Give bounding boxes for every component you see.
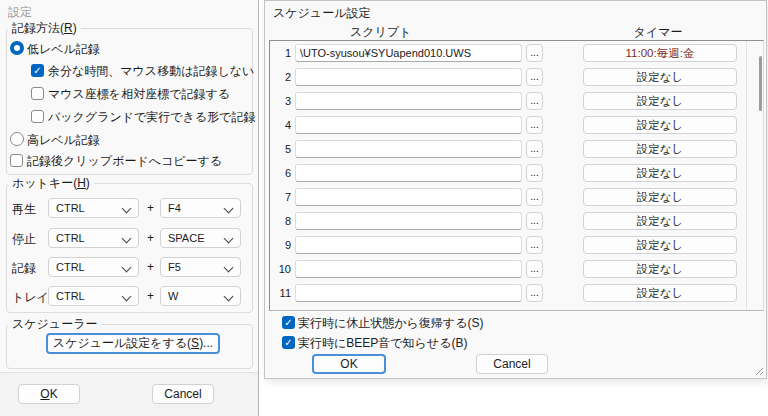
background-form-label[interactable]: バックグランドで実行できる形で記録 [48,110,255,124]
resume-from-suspend-label[interactable]: 実行時に休止状態から復帰する(S) [298,316,483,330]
timer-button[interactable]: 設定なし [583,164,737,182]
hotkey-group-label: ホットキー(H) [8,176,94,190]
timer-button[interactable]: 設定なし [583,188,737,206]
browse-button[interactable]: ... [526,44,543,62]
beep-notify-label[interactable]: 実行時にBEEP音で知らせる(B) [298,336,467,350]
play-modifier-select[interactable]: CTRL [48,198,139,218]
checkbox-copy-clipboard[interactable] [10,154,23,167]
browse-button[interactable]: ... [526,260,543,278]
chevron-down-icon [224,204,234,214]
hotkey-stop-label: 停止 [12,231,36,248]
low-level-recording-label[interactable]: 低レベル記録 [27,42,100,56]
browse-button[interactable]: ... [526,236,543,254]
no-extra-time-label[interactable]: 余分な時間、マウス移動は記録しない [48,64,254,78]
row-number: 11 [274,287,291,299]
checkbox-no-extra-time[interactable]: ✓ [31,64,44,77]
scrollbar-separator [746,41,747,310]
browse-button[interactable]: ... [526,68,543,86]
browse-button[interactable]: ... [526,164,543,182]
chevron-down-icon [224,292,234,302]
script-column-header: スクリプト [350,24,411,41]
timer-button[interactable]: 設定なし [583,260,737,278]
timer-column-header: タイマー [623,24,693,41]
schedule-row: 7 ... 設定なし [270,185,763,209]
radio-low-level-recording[interactable] [10,41,24,55]
checkbox-resume-from-suspend[interactable]: ✓ [282,316,295,329]
check-icon: ✓ [31,64,44,77]
tray-key-select[interactable]: W [160,286,241,306]
row-number: 1 [274,47,291,59]
schedule-row: 4 ... 設定なし [270,113,763,137]
browse-button[interactable]: ... [526,92,543,110]
script-input[interactable] [295,236,522,254]
timer-button[interactable]: 設定なし [583,284,737,302]
schedule-settings-button[interactable]: スケジュール設定をする(S)... [46,333,220,354]
script-input[interactable] [295,284,522,302]
timer-button[interactable]: 設定なし [583,140,737,158]
browse-button[interactable]: ... [526,284,543,302]
ok-button[interactable]: OK [312,354,386,374]
script-input[interactable] [295,68,522,86]
row-number: 7 [274,191,291,203]
stop-modifier-select[interactable]: CTRL [48,228,139,248]
cancel-button[interactable]: Cancel [152,384,214,404]
check-icon: ✓ [282,316,295,329]
script-input[interactable] [295,164,522,182]
chevron-down-icon [122,263,132,273]
ok-button[interactable]: OK [18,384,80,404]
relative-coords-label[interactable]: マウス座標を相対座標で記録する [48,87,230,101]
select-value: W [168,290,178,302]
chevron-down-icon [122,204,132,214]
script-input[interactable] [295,92,522,110]
script-input[interactable] [295,44,522,62]
record-key-select[interactable]: F5 [160,257,241,277]
select-value: CTRL [56,290,85,302]
record-modifier-select[interactable]: CTRL [48,257,139,277]
stop-key-select[interactable]: SPACE [160,228,241,248]
select-value: SPACE [168,232,204,244]
copy-clipboard-label[interactable]: 記録後クリップボードへコピーする [27,154,222,168]
cancel-button[interactable]: Cancel [476,354,548,374]
play-key-select[interactable]: F4 [160,198,241,218]
hotkey-play-label: 再生 [12,201,36,218]
row-number: 5 [274,143,291,155]
resize-grip-icon[interactable] [755,367,764,376]
select-value: CTRL [56,202,85,214]
browse-button[interactable]: ... [526,116,543,134]
schedule-row: 8 ... 設定なし [270,209,763,233]
script-input[interactable] [295,140,522,158]
high-level-recording-label[interactable]: 高レベル記録 [27,133,100,147]
chevron-down-icon [224,263,234,273]
checkbox-background-form[interactable] [31,110,44,123]
checkbox-beep-notify[interactable]: ✓ [282,336,295,349]
browse-button[interactable]: ... [526,140,543,158]
checkbox-relative-coords[interactable] [31,87,44,100]
script-input[interactable] [295,188,522,206]
timer-button[interactable]: 設定なし [583,212,737,230]
plus-label: + [147,289,154,303]
plus-label: + [147,201,154,215]
hotkey-tray-label: トレイ [12,289,49,306]
schedule-row: 2 ... 設定なし [270,65,763,89]
radio-high-level-recording[interactable] [10,132,24,146]
schedule-row: 3 ... 設定なし [270,89,763,113]
timer-button[interactable]: 11:00:毎週:金 [583,44,737,62]
settings-dialog: 設定 記録方法(R) 低レベル記録 ✓ 余分な時間、マウス移動は記録しない マウ… [0,0,259,416]
schedule-row: 9 ... 設定なし [270,233,763,257]
hotkey-record-label: 記録 [12,260,36,277]
script-input[interactable] [295,212,522,230]
tray-modifier-select[interactable]: CTRL [48,286,139,306]
scrollbar-thumb[interactable] [759,56,762,111]
timer-button[interactable]: 設定なし [583,236,737,254]
script-input[interactable] [295,260,522,278]
recording-method-group-label: 記録方法(R) [8,21,81,35]
script-input[interactable] [295,116,522,134]
timer-button[interactable]: 設定なし [583,92,737,110]
settings-dialog-title: 設定 [8,4,32,21]
browse-button[interactable]: ... [526,188,543,206]
schedule-rows: 1 ... 11:00:毎週:金 2 ... 設定なし 3 ... 設定なし 4… [270,41,763,305]
schedule-dialog-title: スケジュール設定 [273,5,370,22]
browse-button[interactable]: ... [526,212,543,230]
timer-button[interactable]: 設定なし [583,116,737,134]
timer-button[interactable]: 設定なし [583,68,737,86]
